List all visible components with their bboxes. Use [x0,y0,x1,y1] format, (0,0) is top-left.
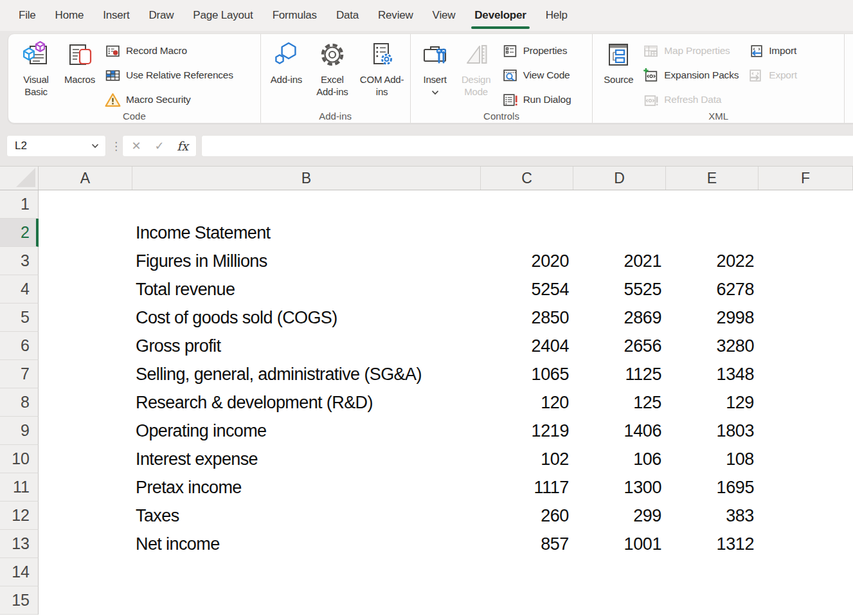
cell-B11[interactable]: Pretax income [132,473,481,502]
cell-D13[interactable]: 1001 [573,530,666,558]
cell-F11[interactable] [759,473,853,502]
map-properties-button[interactable]: Map Properties [643,42,739,59]
cell-A2[interactable] [39,219,132,247]
row-header-11[interactable]: 11 [0,473,39,502]
cell-A5[interactable] [39,303,132,332]
select-all-corner[interactable] [0,167,39,190]
cell-A4[interactable] [39,275,132,303]
cell-F3[interactable] [759,247,853,275]
cell-E7[interactable]: 1348 [666,360,759,388]
source-button[interactable]: Source [599,38,638,110]
cell-C5[interactable]: 2850 [481,303,573,332]
row-header-6[interactable]: 6 [0,332,39,360]
view-code-button[interactable]: View Code [502,67,571,84]
export-button[interactable]: Export [748,67,797,84]
com-add-ins-button[interactable]: COM Add-ins [359,38,405,110]
column-header-D[interactable]: D [573,167,666,190]
row-header-13[interactable]: 13 [0,530,39,558]
cell-C1[interactable] [481,190,573,219]
tab-draw[interactable]: Draw [139,0,183,31]
cell-F5[interactable] [759,303,853,332]
cell-A12[interactable] [39,502,132,530]
visual-basic-button[interactable]: Visual Basic [15,38,57,110]
cell-B13[interactable]: Net income [132,530,481,558]
cell-D15[interactable] [573,586,666,615]
column-header-F[interactable]: F [759,167,853,190]
cell-D1[interactable] [573,190,666,219]
cell-A13[interactable] [39,530,132,558]
tab-formulas[interactable]: Formulas [263,0,327,31]
cell-B12[interactable]: Taxes [132,502,481,530]
tab-data[interactable]: Data [327,0,368,31]
formula-bar-options-dots[interactable]: ⋮ [111,135,121,157]
cell-C7[interactable]: 1065 [481,360,573,388]
tab-home[interactable]: Home [46,0,94,31]
tab-page-layout[interactable]: Page Layout [183,0,262,31]
cell-A3[interactable] [39,247,132,275]
cell-F14[interactable] [759,558,853,586]
use-relative-references-button[interactable]: Use Relative References [105,67,233,84]
cell-D2[interactable] [573,219,666,247]
cell-E9[interactable]: 1803 [666,417,759,445]
record-macro-button[interactable]: Record Macro [105,42,233,59]
expansion-packs-button[interactable]: Expansion Packs [643,67,739,84]
cell-B2[interactable]: Income Statement [132,219,481,247]
cell-F2[interactable] [759,219,853,247]
cell-A14[interactable] [39,558,132,586]
row-header-7[interactable]: 7 [0,360,39,388]
name-box-chevron-icon[interactable] [91,143,99,149]
enter-icon[interactable]: ✓ [150,139,169,153]
cell-E5[interactable]: 2998 [666,303,759,332]
cell-C10[interactable]: 102 [481,445,573,473]
tab-help[interactable]: Help [536,0,577,31]
cell-E6[interactable]: 3280 [666,332,759,360]
macros-button[interactable]: Macros [60,38,100,110]
cell-F13[interactable] [759,530,853,558]
cell-B14[interactable] [132,558,481,586]
row-header-1[interactable]: 1 [0,190,39,219]
cell-D11[interactable]: 1300 [573,473,666,502]
cell-A8[interactable] [39,388,132,417]
cell-B5[interactable]: Cost of goods sold (COGS) [132,303,481,332]
name-box[interactable]: L2 [6,135,106,157]
cell-F6[interactable] [759,332,853,360]
insert-dropdown-chevron-icon[interactable] [431,90,439,95]
cell-D4[interactable]: 5525 [573,275,666,303]
column-header-C[interactable]: C [481,167,573,190]
cell-C9[interactable]: 1219 [481,417,573,445]
row-header-14[interactable]: 14 [0,558,39,586]
cell-D3[interactable]: 2021 [573,247,666,275]
column-header-B[interactable]: B [132,167,481,190]
cell-E4[interactable]: 6278 [666,275,759,303]
tab-insert[interactable]: Insert [93,0,139,31]
row-header-4[interactable]: 4 [0,275,39,303]
cancel-icon[interactable]: ✕ [127,139,146,153]
cell-D7[interactable]: 1125 [573,360,666,388]
cell-B8[interactable]: Research & development (R&D) [132,388,481,417]
cell-E14[interactable] [666,558,759,586]
cell-E10[interactable]: 108 [666,445,759,473]
tab-developer[interactable]: Developer [465,0,535,31]
cell-A10[interactable] [39,445,132,473]
cell-C11[interactable]: 1117 [481,473,573,502]
cell-B6[interactable]: Gross profit [132,332,481,360]
cell-B7[interactable]: Selling, general, administrative (SG&A) [132,360,481,388]
row-header-2[interactable]: 2 [0,219,39,247]
import-button[interactable]: Import [748,42,797,59]
row-header-8[interactable]: 8 [0,388,39,417]
add-ins-button[interactable]: Add-ins [267,38,306,110]
excel-add-ins-button[interactable]: Excel Add-ins [310,38,354,110]
cell-A1[interactable] [39,190,132,219]
row-header-12[interactable]: 12 [0,502,39,530]
cell-E8[interactable]: 129 [666,388,759,417]
row-header-15[interactable]: 15 [0,586,39,615]
insert-function-icon[interactable]: fx [173,139,192,153]
cell-E12[interactable]: 383 [666,502,759,530]
cell-D6[interactable]: 2656 [573,332,666,360]
cell-E15[interactable] [666,586,759,615]
cell-D10[interactable]: 106 [573,445,666,473]
cell-C2[interactable] [481,219,573,247]
cell-F15[interactable] [759,586,853,615]
tab-review[interactable]: Review [368,0,423,31]
cell-F4[interactable] [759,275,853,303]
